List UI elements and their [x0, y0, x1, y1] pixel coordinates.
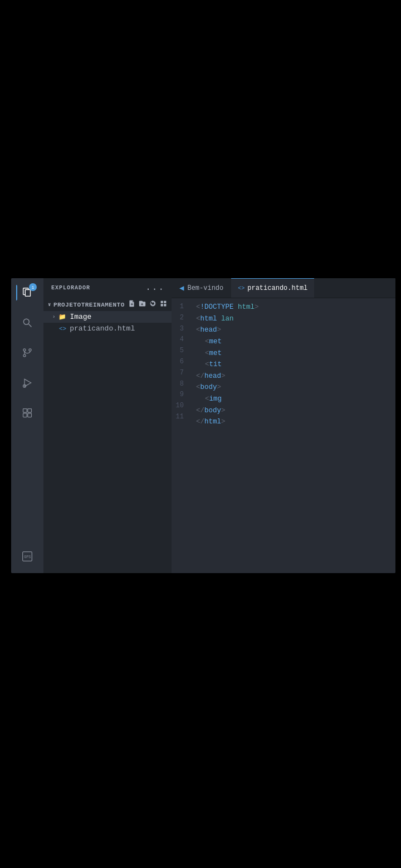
- welcome-tab[interactable]: ◀ Bem-vindo: [172, 278, 231, 298]
- extensions-icon[interactable]: [16, 402, 38, 424]
- folder-name: Image: [70, 313, 91, 321]
- source-control-icon[interactable]: [16, 342, 38, 364]
- svg-rect-13: [28, 413, 32, 417]
- new-file-icon[interactable]: [128, 300, 135, 309]
- code-content[interactable]: <!DOCTYPE html> <html lan <head> <met <m…: [192, 298, 395, 573]
- svg-point-6: [23, 354, 26, 357]
- line-numbers: 1 2 3 4 5 6 7 8 9 10 11: [172, 298, 192, 573]
- search-icon[interactable]: [16, 312, 38, 334]
- file-tab-praticando[interactable]: <> praticando.html: [231, 278, 314, 298]
- svg-rect-10: [23, 409, 27, 413]
- file-name-praticando: praticando.html: [70, 324, 135, 333]
- vscode-window: 1: [11, 278, 395, 573]
- refresh-icon[interactable]: [149, 300, 157, 309]
- chevron-down-icon: ∨: [48, 302, 51, 308]
- activity-bar: 1: [11, 278, 43, 573]
- file-tab-name: praticando.html: [247, 284, 307, 292]
- project-header[interactable]: ∨ PROJETOTREINAMENTO: [43, 298, 172, 311]
- chevron-right-icon: ›: [52, 314, 55, 320]
- svg-rect-11: [28, 409, 32, 413]
- sidebar-title: EXPLORADOR: [51, 285, 90, 291]
- folder-icon: 📁: [58, 313, 66, 320]
- svg-text:GPS: GPS: [24, 555, 31, 559]
- tab-bar: ◀ Bem-vindo <> praticando.html: [172, 278, 395, 298]
- editor-area: ◀ Bem-vindo <> praticando.html 1 2 3 4 5…: [172, 278, 395, 573]
- sound-icon: ◀: [179, 283, 184, 293]
- sidebar-more-actions[interactable]: ...: [145, 283, 165, 293]
- sidebar-header: EXPLORADOR ...: [43, 278, 172, 296]
- project-toolbar: [128, 300, 167, 309]
- project-section: ∨ PROJETOTREINAMENTO: [43, 296, 172, 337]
- main-area: EXPLORADOR ... ∨ PROJETOTREINAMENTO: [43, 278, 395, 573]
- welcome-label: Bem-vindo: [187, 284, 223, 292]
- run-debug-icon[interactable]: [16, 372, 38, 394]
- sidebar: EXPLORADOR ... ∨ PROJETOTREINAMENTO: [43, 278, 172, 573]
- html-file-icon: <>: [59, 326, 66, 332]
- svg-line-3: [29, 324, 32, 327]
- file-item-praticando[interactable]: <> praticando.html: [43, 323, 172, 334]
- project-name: PROJETOTREINAMENTO: [53, 302, 125, 308]
- html-tab-icon: <>: [238, 285, 244, 292]
- new-folder-icon[interactable]: [139, 300, 146, 309]
- svg-rect-12: [23, 413, 27, 417]
- files-icon[interactable]: 1: [16, 282, 38, 304]
- svg-point-5: [29, 349, 31, 351]
- svg-point-2: [23, 319, 29, 324]
- svg-point-4: [23, 349, 26, 351]
- collapse-icon[interactable]: [160, 300, 167, 309]
- code-editor: 1 2 3 4 5 6 7 8 9 10 11 <!DOCTYPE html>: [172, 298, 395, 573]
- accounts-icon[interactable]: GPS: [16, 545, 38, 568]
- folder-item-image[interactable]: › 📁 Image: [43, 311, 172, 323]
- svg-rect-1: [25, 290, 30, 297]
